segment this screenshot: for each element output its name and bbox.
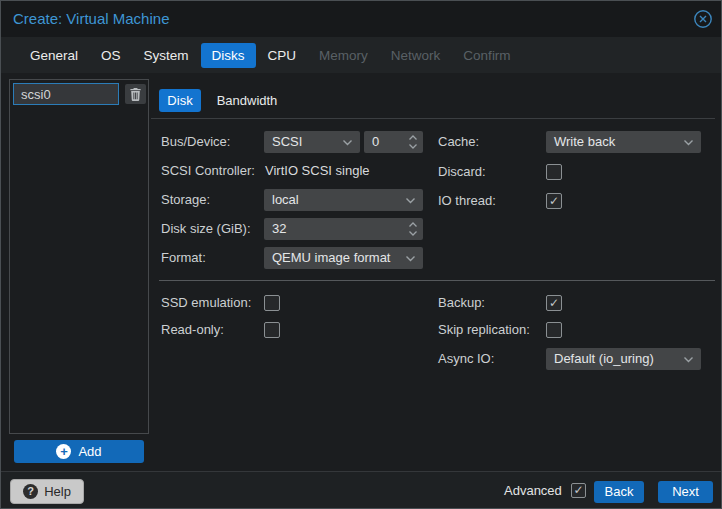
cache-select[interactable]: Write back [546, 131, 701, 153]
bus-index-spinner[interactable]: 0 [364, 131, 423, 153]
read-only-label: Read-only: [161, 319, 224, 341]
next-button[interactable]: Next [658, 481, 713, 503]
help-button[interactable]: ? Help [10, 479, 84, 504]
plus-circle-icon: + [56, 444, 71, 459]
io-thread-checkbox[interactable]: ✓ [546, 193, 562, 209]
discard-checkbox[interactable] [546, 164, 562, 180]
back-button[interactable]: Back [594, 481, 644, 503]
advanced-checkbox[interactable]: ✓ [571, 483, 586, 498]
tab-disks[interactable]: Disks [201, 43, 256, 68]
form-divider [159, 280, 715, 281]
bus-index-value: 0 [372, 134, 379, 149]
backup-checkbox[interactable]: ✓ [546, 295, 562, 311]
async-io-label: Async IO: [438, 348, 494, 370]
chevron-down-icon [342, 139, 353, 146]
bus-device-label: Bus/Device: [161, 131, 230, 153]
format-label: Format: [161, 247, 206, 269]
question-circle-icon: ? [23, 484, 38, 499]
advanced-label: Advanced [504, 482, 562, 499]
format-value: QEMU image format [272, 250, 390, 265]
disk-size-spinner[interactable]: 32 [264, 218, 423, 240]
spinner-arrows-icon[interactable] [408, 221, 418, 237]
close-icon[interactable] [693, 9, 713, 29]
chevron-down-icon [683, 356, 694, 363]
tab-general[interactable]: General [19, 43, 89, 68]
cache-value: Write back [554, 134, 615, 149]
read-only-checkbox[interactable] [264, 322, 280, 338]
add-disk-button[interactable]: + Add [14, 440, 144, 463]
trash-icon [130, 88, 141, 101]
chevron-down-icon [405, 197, 416, 204]
async-io-value: Default (io_uring) [554, 351, 654, 366]
skip-replication-label: Skip replication: [438, 319, 530, 341]
tab-cpu[interactable]: CPU [257, 43, 308, 68]
add-button-label: Add [78, 444, 101, 459]
scsi-controller-label: SCSI Controller: [161, 160, 255, 182]
disk-list-panel [9, 79, 149, 434]
dialog-title: Create: Virtual Machine [13, 10, 169, 27]
disk-size-label: Disk size (GiB): [161, 218, 251, 240]
storage-value: local [272, 192, 299, 207]
spinner-arrows-icon[interactable] [408, 134, 418, 150]
help-button-label: Help [44, 484, 71, 499]
storage-label: Storage: [161, 189, 210, 211]
subtab-disk[interactable]: Disk [159, 89, 201, 112]
disk-item-scsi0[interactable] [13, 83, 119, 105]
subtab-bandwidth[interactable]: Bandwidth [207, 89, 287, 112]
scsi-controller-value: VirtIO SCSI single [265, 160, 370, 182]
disk-size-value: 32 [272, 221, 286, 236]
ssd-emulation-label: SSD emulation: [161, 292, 251, 314]
chevron-down-icon [405, 255, 416, 262]
async-io-select[interactable]: Default (io_uring) [546, 348, 701, 370]
format-select[interactable]: QEMU image format [264, 247, 423, 269]
storage-select[interactable]: local [264, 189, 423, 211]
create-vm-dialog: Create: Virtual Machine General OS Syste… [0, 0, 722, 509]
subtab-divider [151, 118, 715, 119]
wizard-tab-bar: General OS System Disks CPU Memory Netwo… [1, 37, 721, 73]
ssd-emulation-checkbox[interactable] [264, 295, 280, 311]
title-bar: Create: Virtual Machine [1, 1, 721, 37]
io-thread-label: IO thread: [438, 190, 496, 212]
tab-network: Network [380, 43, 452, 68]
backup-label: Backup: [438, 292, 485, 314]
cache-label: Cache: [438, 131, 479, 153]
skip-replication-checkbox[interactable] [546, 322, 562, 338]
footer-divider [1, 471, 722, 472]
tab-memory: Memory [308, 43, 379, 68]
tab-os[interactable]: OS [90, 43, 132, 68]
remove-disk-button[interactable] [125, 84, 146, 104]
tab-system[interactable]: System [133, 43, 200, 68]
discard-label: Discard: [438, 161, 486, 183]
tab-confirm: Confirm [452, 43, 521, 68]
bus-device-value: SCSI [272, 134, 302, 149]
chevron-down-icon [683, 139, 694, 146]
bus-device-select[interactable]: SCSI [264, 131, 360, 153]
